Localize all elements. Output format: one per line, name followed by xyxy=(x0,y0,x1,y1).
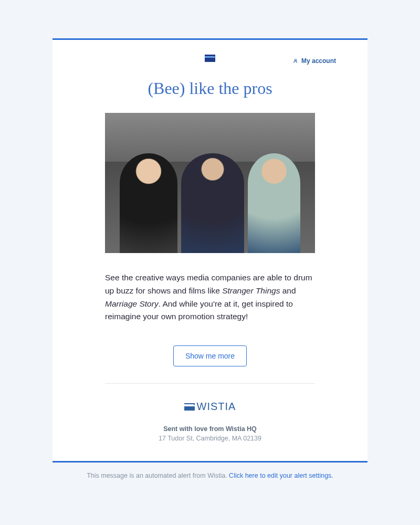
body-italic-1: Stranger Things xyxy=(222,286,280,295)
page-title: (Bee) like the pros xyxy=(52,79,368,98)
header: My account xyxy=(52,40,368,62)
hero-image[interactable] xyxy=(105,113,315,253)
footer-tagline: Sent with love from Wistia HQ xyxy=(52,425,368,433)
divider xyxy=(105,383,315,384)
my-account-link[interactable]: My account xyxy=(293,57,336,65)
svg-point-0 xyxy=(295,59,296,61)
hero-figure xyxy=(120,153,177,253)
body-paragraph: See the creative ways media companies ar… xyxy=(52,253,368,323)
footer-address: 17 Tudor St, Cambridge, MA 02139 xyxy=(52,435,368,461)
footer-brand-text: WISTIA xyxy=(197,401,236,413)
alert-text: This message is an automated alert from … xyxy=(87,472,229,479)
wistia-flag-icon xyxy=(184,403,195,411)
alert-settings-link[interactable]: Click here to edit your alert settings. xyxy=(229,472,333,479)
footer-logo[interactable]: WISTIA xyxy=(52,401,368,413)
cta-button[interactable]: Show me more xyxy=(173,345,247,366)
user-icon xyxy=(293,58,298,64)
my-account-label: My account xyxy=(301,57,336,65)
body-text-mid: and xyxy=(280,286,296,295)
body-italic-2: Marriage Story xyxy=(105,299,159,308)
alert-footer: This message is an automated alert from … xyxy=(52,463,368,489)
hero-figure xyxy=(248,153,300,253)
wistia-logo-small[interactable] xyxy=(205,55,215,62)
hero-figure xyxy=(181,153,244,253)
email-container: My account (Bee) like the pros See the c… xyxy=(52,38,368,463)
